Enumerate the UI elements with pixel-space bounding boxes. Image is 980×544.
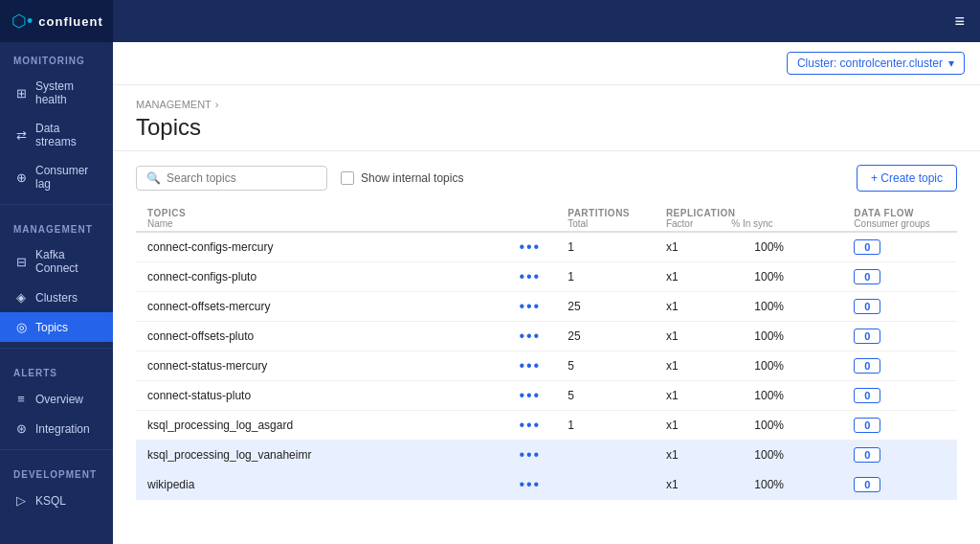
- cell-flow: 0: [842, 441, 957, 470]
- alerts-label: ALERTS: [0, 354, 113, 384]
- cell-name: connect-configs-mercury •••: [136, 232, 556, 262]
- sidebar-section-alerts: ALERTS ≡ Overview ⊛ Integration: [0, 354, 113, 443]
- table-row[interactable]: ksql_processing_log_asgard ••• 1 x1 100%…: [136, 411, 957, 441]
- sidebar-item-overview[interactable]: ≡ Overview: [0, 384, 113, 414]
- cell-name: wikipedia •••: [136, 470, 556, 500]
- kafka-connect-icon: ⊟: [13, 255, 29, 269]
- sidebar-item-integration[interactable]: ⊛ Integration: [0, 414, 113, 443]
- cell-factor: x1: [655, 381, 743, 411]
- sidebar-item-data-streams[interactable]: ⇄ Data streams: [0, 114, 113, 156]
- cell-flow: 0: [842, 411, 957, 441]
- monitoring-label: MONITORING: [0, 42, 113, 72]
- row-options-button[interactable]: •••: [515, 329, 545, 344]
- topics-icon: ◎: [13, 320, 29, 334]
- row-options-button[interactable]: •••: [515, 477, 545, 492]
- cell-factor: x1: [655, 322, 743, 351]
- sidebar-section-monitoring: MONITORING ⊞ System health ⇄ Data stream…: [0, 42, 113, 198]
- row-options-button[interactable]: •••: [515, 239, 545, 255]
- sidebar-item-ksql[interactable]: ▷ KSQL: [0, 486, 113, 515]
- sidebar: ⬡• confluent MONITORING ⊞ System health …: [0, 0, 113, 544]
- cell-total: 1: [556, 411, 655, 441]
- cell-total: [556, 470, 655, 500]
- cluster-bar: Cluster: controlcenter.cluster ▾: [113, 42, 980, 85]
- table-row[interactable]: ksql_processing_log_vanaheimr ••• x1 100…: [136, 441, 957, 470]
- management-label: MANAGEMENT: [0, 211, 113, 240]
- search-box[interactable]: 🔍: [136, 166, 327, 191]
- cell-name: connect-offsets-mercury •••: [136, 292, 556, 322]
- sidebar-section-development: DEVELOPMENT ▷ KSQL: [0, 456, 113, 515]
- table-row[interactable]: connect-configs-pluto ••• 1 x1 100% 0: [136, 262, 957, 292]
- cell-sync: 100%: [743, 351, 842, 381]
- data-streams-icon: ⇄: [13, 128, 29, 143]
- toolbar: 🔍 Show internal topics + Create topic: [113, 151, 980, 201]
- cell-flow: 0: [842, 322, 957, 351]
- sidebar-item-system-health[interactable]: ⊞ System health: [0, 72, 113, 114]
- create-topic-button[interactable]: + Create topic: [857, 165, 957, 192]
- cell-flow: 0: [842, 470, 957, 500]
- cell-sync: 100%: [743, 262, 842, 292]
- row-options-button[interactable]: •••: [515, 269, 545, 284]
- cell-name: connect-status-mercury •••: [136, 351, 556, 381]
- cell-total: 5: [556, 351, 655, 381]
- topbar: ≡: [113, 0, 980, 42]
- hamburger-menu-icon[interactable]: ≡: [954, 11, 965, 32]
- logo: ⬡• confluent: [0, 0, 113, 42]
- cell-total: 1: [556, 262, 655, 292]
- table-wrapper: Topics Name Partitions Total Replication…: [113, 201, 980, 544]
- cell-total: 5: [556, 381, 655, 411]
- th-replication-group: Replication Factor % In sync: [655, 201, 842, 232]
- table-row[interactable]: connect-configs-mercury ••• 1 x1 100% 0: [136, 232, 957, 262]
- cell-sync: 100%: [743, 411, 842, 441]
- logo-text: confluent: [38, 14, 103, 29]
- cell-flow: 0: [842, 292, 957, 322]
- cell-sync: 100%: [743, 381, 842, 411]
- search-input[interactable]: [167, 171, 317, 185]
- sidebar-item-clusters[interactable]: ◈ Clusters: [0, 283, 113, 312]
- page-title: Topics: [136, 114, 957, 141]
- table-row[interactable]: connect-status-mercury ••• 5 x1 100% 0: [136, 351, 957, 381]
- breadcrumb-separator: ›: [215, 99, 219, 110]
- system-health-icon: ⊞: [13, 86, 29, 101]
- topics-table: Topics Name Partitions Total Replication…: [136, 201, 957, 500]
- table-row[interactable]: connect-status-pluto ••• 5 x1 100% 0: [136, 381, 957, 411]
- table-row[interactable]: connect-offsets-pluto ••• 25 x1 100% 0: [136, 322, 957, 351]
- row-options-button[interactable]: •••: [515, 358, 545, 374]
- cell-total: [556, 441, 655, 470]
- cell-name: ksql_processing_log_vanaheimr •••: [136, 441, 556, 470]
- row-options-button[interactable]: •••: [515, 388, 545, 403]
- sidebar-item-consumer-lag[interactable]: ⊕ Consumer lag: [0, 156, 113, 198]
- cluster-label: Cluster: controlcenter.cluster: [797, 57, 943, 70]
- th-partitions-group: Partitions Total: [556, 201, 655, 232]
- th-topics: Topics Name: [136, 201, 556, 232]
- cell-name: ksql_processing_log_asgard •••: [136, 411, 556, 441]
- cell-flow: 0: [842, 232, 957, 262]
- integration-icon: ⊛: [13, 421, 29, 436]
- content: Cluster: controlcenter.cluster ▾ MANAGEM…: [113, 42, 980, 544]
- table-row[interactable]: connect-offsets-mercury ••• 25 x1 100% 0: [136, 292, 957, 322]
- ksql-icon: ▷: [13, 493, 29, 508]
- breadcrumb-text: MANAGEMENT: [136, 99, 212, 110]
- show-internal-label[interactable]: Show internal topics: [341, 171, 463, 185]
- consumer-lag-icon: ⊕: [13, 170, 29, 185]
- breadcrumb: MANAGEMENT ›: [136, 99, 957, 110]
- page-header: MANAGEMENT › Topics: [113, 85, 980, 151]
- row-options-button[interactable]: •••: [515, 299, 545, 314]
- cell-sync: 100%: [743, 292, 842, 322]
- table-row[interactable]: wikipedia ••• x1 100% 0: [136, 470, 957, 500]
- sidebar-item-topics[interactable]: ◎ Topics: [0, 312, 113, 342]
- overview-icon: ≡: [13, 392, 29, 406]
- cell-factor: x1: [655, 232, 743, 262]
- development-label: DEVELOPMENT: [0, 456, 113, 486]
- cell-total: 25: [556, 322, 655, 351]
- cluster-selector[interactable]: Cluster: controlcenter.cluster ▾: [787, 52, 965, 75]
- cluster-dropdown-icon: ▾: [948, 57, 954, 70]
- row-options-button[interactable]: •••: [515, 418, 545, 433]
- cell-flow: 0: [842, 262, 957, 292]
- cell-flow: 0: [842, 381, 957, 411]
- row-options-button[interactable]: •••: [515, 447, 545, 463]
- cell-name: connect-status-pluto •••: [136, 381, 556, 411]
- sidebar-item-kafka-connect[interactable]: ⊟ Kafka Connect: [0, 240, 113, 283]
- show-internal-checkbox[interactable]: [341, 171, 354, 185]
- cell-sync: 100%: [743, 441, 842, 470]
- cell-sync: 100%: [743, 322, 842, 351]
